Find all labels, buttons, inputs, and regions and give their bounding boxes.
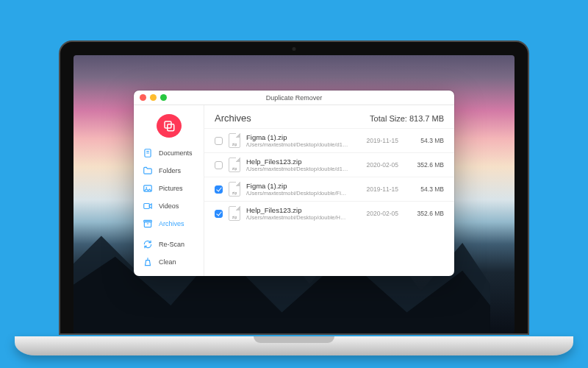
checkbox[interactable] [215,137,223,145]
file-path: /Users/maxtestmobi/Desktop/double/Help_F… [246,214,348,221]
sidebar-item-label: Videos [159,202,179,210]
section-title: Archives [215,113,251,124]
sidebar-item-clean[interactable]: Clean [138,254,199,270]
sidebar-item-label: Archives [159,220,184,227]
sidebar-item-folders[interactable]: Folders [138,163,199,179]
minimize-icon[interactable] [150,94,157,101]
file-meta: Figma (1).zip/Users/maxtestmobi/Desktop/… [246,133,348,148]
zip-file-icon [229,206,240,221]
sidebar-item-label: Pictures [159,185,183,192]
app-window: Duplicate Remover DocumentsFoldersPictur… [134,91,454,276]
laptop-notch [254,336,334,343]
file-size: 54.3 MB [404,185,444,193]
sidebar-item-label: Folders [159,167,181,174]
file-row[interactable]: Help_Files123.zip/Users/maxtestmobi/Desk… [204,152,454,177]
zip-file-icon [229,133,240,148]
window-title: Duplicate Remover [134,94,454,102]
document-icon [143,148,153,158]
file-name: Figma (1).zip [246,133,348,141]
checkbox[interactable] [215,161,223,169]
clean-icon [143,257,153,267]
file-date: 2020-02-05 [354,210,398,217]
sidebar-item-re-scan[interactable]: Re-Scan [138,236,199,252]
sidebar-item-videos[interactable]: Videos [138,198,199,214]
close-icon[interactable] [140,94,146,101]
file-row[interactable]: Figma (1).zip/Users/maxtestmobi/Desktop/… [204,177,454,201]
file-meta: Help_Files123.zip/Users/maxtestmobi/Desk… [246,206,348,221]
sidebar-item-label: Documents [159,149,193,157]
archive-icon [143,219,153,229]
sidebar-nav: DocumentsFoldersPicturesVideosArchives [134,145,204,232]
file-row[interactable]: Figma (1).zip/Users/maxtestmobi/Desktop/… [204,128,454,152]
file-name: Help_Files123.zip [246,158,348,166]
video-icon [143,201,153,211]
folder-icon [143,166,153,176]
picture-icon [143,183,153,194]
laptop-frame: Duplicate Remover DocumentsFoldersPictur… [59,40,529,335]
sidebar-item-documents[interactable]: Documents [138,145,199,161]
app-logo [157,114,182,138]
file-meta: Figma (1).zip/Users/maxtestmobi/Desktop/… [246,182,348,197]
rescan-icon [143,239,153,250]
file-path: /Users/maxtestmobi/Desktop/double/d1/Hel… [246,166,348,172]
file-size: 352.6 MB [404,210,444,217]
file-size: 352.6 MB [404,161,444,169]
file-name: Help_Files123.zip [246,206,348,214]
file-list: Figma (1).zip/Users/maxtestmobi/Desktop/… [204,128,454,276]
sidebar-item-pictures[interactable]: Pictures [138,180,199,197]
zip-file-icon [229,158,240,172]
camera-dot [293,47,296,51]
sidebar-item-label: Re-Scan [159,241,184,248]
file-row[interactable]: Help_Files123.zip/Users/maxtestmobi/Desk… [204,201,454,225]
traffic-lights [140,94,167,101]
sidebar-footer: Re-ScanClean [134,232,204,276]
desktop-wallpaper: Duplicate Remover DocumentsFoldersPictur… [74,55,514,333]
total-size: Total Size: 813.7 MB [370,114,444,123]
file-date: 2020-02-05 [354,161,398,169]
file-date: 2019-11-15 [354,137,398,144]
svg-rect-7 [144,204,150,209]
checkbox[interactable] [215,185,223,194]
laptop-base [15,336,573,355]
zip-file-icon [229,182,240,197]
file-path: /Users/maxtestmobi/Desktop/double/d1/Fig… [246,141,348,148]
duplicate-icon [162,119,176,132]
main-panel: Archives Total Size: 813.7 MB Figma (1).… [204,105,454,276]
checkbox[interactable] [215,210,223,218]
sidebar-item-label: Clean [159,258,176,266]
laptop-bezel: Duplicate Remover DocumentsFoldersPictur… [59,40,529,335]
file-name: Figma (1).zip [246,182,348,190]
file-size: 54.3 MB [404,137,444,144]
sidebar: DocumentsFoldersPicturesVideosArchives R… [134,105,204,276]
sidebar-item-archives[interactable]: Archives [138,216,199,232]
file-date: 2019-11-15 [354,185,398,193]
file-path: /Users/maxtestmobi/Desktop/double/Figma … [246,190,348,197]
fullscreen-icon[interactable] [160,94,167,101]
svg-point-6 [146,187,147,188]
file-meta: Help_Files123.zip/Users/maxtestmobi/Desk… [246,158,348,172]
titlebar[interactable]: Duplicate Remover [134,91,454,105]
